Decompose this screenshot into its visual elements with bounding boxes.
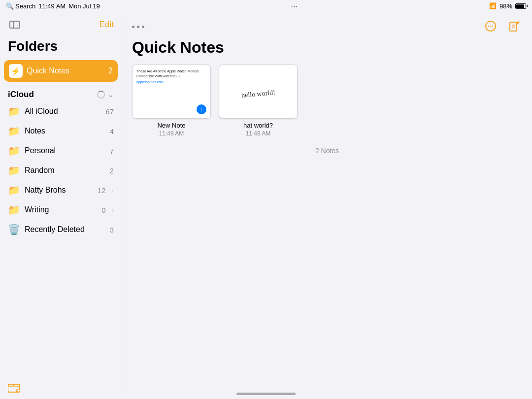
edit-button[interactable]: Edit — [100, 20, 114, 30]
icloud-loading-spinner — [97, 91, 105, 99]
sidebar-item-writing[interactable]: 📁 Writing 0 › — [0, 200, 122, 220]
icloud-label: iCloud — [8, 90, 94, 100]
new-folder-button[interactable] — [8, 382, 114, 393]
svg-rect-8 — [510, 22, 517, 31]
quick-notes-item[interactable]: ⚡ Quick Notes 2 — [4, 60, 118, 82]
folder-name: Natty Brohs — [25, 186, 93, 195]
chevron-right-icon: › — [112, 206, 114, 214]
sidebar-item-personal[interactable]: 📁 Personal 7 — [0, 141, 122, 161]
note-handwritten-text: hello world! — [241, 89, 275, 100]
new-folder-icon — [8, 382, 21, 393]
status-left: 🔍 Search 11:49 AM Mon Jul 19 — [6, 2, 100, 10]
battery-container — [515, 3, 526, 9]
note-label-2: hat world? — [243, 122, 273, 129]
dot2 — [137, 26, 139, 28]
compose-icon — [508, 21, 520, 33]
search-label: Search — [15, 2, 35, 10]
note-thumb-text3: appletoolbox.com — [136, 80, 206, 85]
folder-count: 7 — [110, 147, 114, 155]
main-content: Quick Notes These Are All of the Apple W… — [122, 12, 532, 399]
three-dots-center: ··· — [291, 2, 298, 10]
sidebar-item-random[interactable]: 📁 Random 2 — [0, 161, 122, 180]
app-container: Edit Folders ⚡ Quick Notes 2 iCloud ⌄ 📁 … — [0, 12, 532, 399]
svg-point-5 — [488, 26, 489, 27]
battery-icon — [515, 3, 526, 9]
svg-point-7 — [492, 26, 493, 27]
folder-count: 4 — [110, 127, 114, 135]
folder-icon: 📁 — [8, 125, 20, 137]
folder-icon: 📁 — [8, 204, 20, 216]
battery-percent: 98% — [499, 2, 512, 10]
three-dots-button[interactable] — [132, 26, 144, 28]
folder-name: Random — [25, 166, 105, 175]
dot1 — [132, 26, 134, 28]
note-label-1: New Note — [157, 122, 185, 129]
share-icon: ↑ — [200, 106, 203, 112]
status-right: 📶 98% — [489, 2, 526, 10]
folder-count: 0 — [101, 206, 105, 214]
sidebar-header: Edit — [0, 12, 122, 36]
header-actions — [483, 19, 522, 34]
folder-list: 📁 All iCloud 67 📁 Notes 4 📁 Personal 7 📁… — [0, 101, 122, 239]
quick-notes-icon-symbol: ⚡ — [11, 66, 21, 76]
icloud-header: iCloud ⌄ — [0, 84, 122, 101]
trash-icon: 🗑️ — [8, 224, 20, 235]
note-card-2[interactable]: hello world! hat world? 11:48 AM — [219, 65, 298, 137]
speech-bubble-button[interactable] — [483, 19, 499, 34]
dot3 — [142, 26, 144, 28]
compose-button[interactable] — [506, 19, 522, 34]
note-time-1: 11:49 AM — [159, 130, 184, 137]
note-badge: ↑ — [197, 104, 206, 114]
note-thumb-text2: Compatible With watchOS 9 — [136, 74, 206, 79]
folder-icon: 📁 — [8, 105, 20, 117]
main-header — [122, 12, 532, 36]
folder-name: Recently Deleted — [25, 225, 105, 234]
search-icon: 🔍 — [6, 2, 14, 10]
note-time-2: 11:48 AM — [246, 130, 271, 137]
sidebar-item-all-icloud[interactable]: 📁 All iCloud 67 — [0, 101, 122, 121]
speech-bubble-icon — [484, 20, 497, 33]
note-card-1[interactable]: These Are All of the Apple Watch Models … — [132, 65, 211, 137]
sidebar-item-notes[interactable]: 📁 Notes 4 — [0, 121, 122, 141]
sidebar-item-natty-brohs[interactable]: 📁 Natty Brohs 12 › — [0, 180, 122, 200]
status-date: Mon Jul 19 — [68, 2, 100, 10]
page-title: Quick Notes — [122, 36, 532, 65]
folder-name: Personal — [25, 146, 105, 155]
sidebar: Edit Folders ⚡ Quick Notes 2 iCloud ⌄ 📁 … — [0, 12, 122, 399]
search-status: 🔍 Search — [6, 2, 35, 10]
sidebar-toggle-button[interactable] — [8, 19, 22, 30]
note-thumbnail-1: These Are All of the Apple Watch Models … — [132, 65, 211, 119]
battery-fill — [516, 4, 524, 8]
note-thumbnail-2: hello world! — [219, 65, 298, 119]
sidebar-toggle-icon — [9, 21, 20, 29]
wifi-icon: 📶 — [489, 2, 497, 9]
folders-title: Folders — [0, 36, 122, 60]
chevron-right-icon: › — [112, 187, 114, 194]
status-center-dots: ··· — [291, 2, 298, 10]
home-indicator — [236, 393, 296, 395]
folder-name: All iCloud — [25, 107, 100, 116]
folder-count: 2 — [110, 166, 114, 175]
svg-point-6 — [490, 26, 491, 27]
notes-count: 2 Notes — [122, 147, 532, 155]
sidebar-item-recently-deleted[interactable]: 🗑️ Recently Deleted 3 — [0, 220, 122, 239]
status-bar: 🔍 Search 11:49 AM Mon Jul 19 ··· 📶 98% — [0, 0, 532, 12]
folder-count: 67 — [105, 107, 114, 116]
quick-notes-count: 2 — [108, 66, 113, 75]
folder-icon: 📁 — [8, 165, 20, 176]
folder-count: 12 — [98, 186, 106, 195]
status-time: 11:49 AM — [38, 2, 66, 10]
folder-icon: 📁 — [8, 145, 20, 157]
icloud-chevron-icon[interactable]: ⌄ — [108, 91, 114, 99]
sidebar-bottom — [0, 376, 122, 399]
quick-notes-icon: ⚡ — [9, 64, 23, 78]
quick-notes-label: Quick Notes — [27, 66, 108, 75]
folder-name: Notes — [25, 127, 105, 135]
notes-grid: These Are All of the Apple Watch Models … — [122, 65, 532, 137]
note-thumb-text1: These Are All of the Apple Watch Models — [136, 69, 206, 74]
folder-name: Writing — [25, 205, 97, 214]
folder-count: 3 — [110, 226, 114, 234]
folder-icon: 📁 — [8, 184, 20, 196]
